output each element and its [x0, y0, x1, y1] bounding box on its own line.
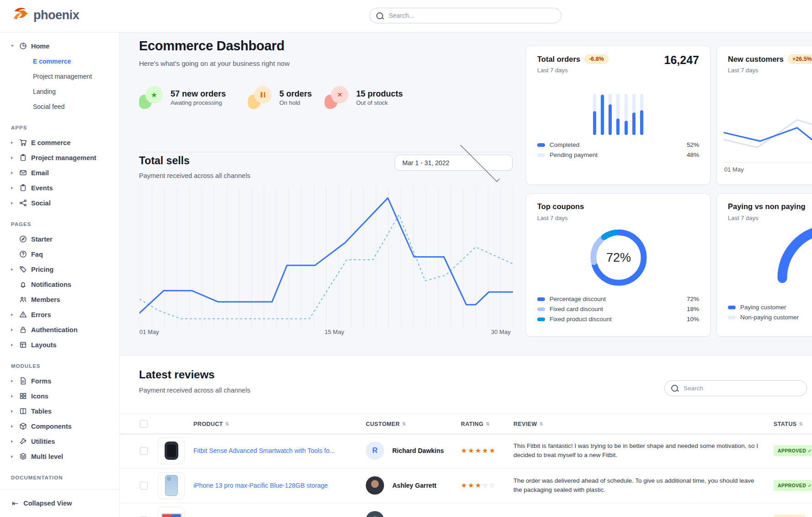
x-icon: ✕: [325, 86, 348, 109]
column-header-rating[interactable]: RATING⇅: [461, 414, 490, 434]
global-search-input[interactable]: [388, 11, 555, 20]
x-tick-15may: 15 May: [325, 329, 344, 335]
layout-icon: [19, 341, 27, 349]
compass-icon: [19, 235, 27, 243]
sidebar-item-apps-email[interactable]: Email: [0, 165, 119, 180]
legend-completed: Completed 52%: [537, 141, 699, 148]
date-range-select[interactable]: Mar 1 - 31, 2022: [395, 155, 513, 171]
sidebar-item-ecommerce[interactable]: E commerce: [0, 54, 119, 69]
sidebar-section-pages: PAGES: [0, 221, 119, 228]
legend-swatch: [728, 306, 736, 309]
caret-right-icon: [11, 410, 15, 413]
reviews-search-input[interactable]: [683, 384, 800, 392]
sidebar-item-forms[interactable]: Forms: [0, 373, 119, 388]
legend-percentage-discount: Percentage discount 72%: [537, 296, 699, 302]
star-icon: ★: [139, 86, 163, 109]
sidebar-item-notifications[interactable]: Notifications: [0, 277, 119, 292]
layers-icon: [19, 452, 27, 460]
legend-pending: Pending payment 48%: [537, 151, 699, 158]
file-text-icon: [19, 377, 27, 385]
sidebar-item-components[interactable]: Components: [0, 419, 119, 434]
caret-right-icon: [11, 380, 15, 382]
sidebar-section-modules: MODULES: [0, 362, 119, 370]
total-orders-value: 16,247: [664, 54, 699, 67]
sidebar-item-apps-project-management[interactable]: Project management: [0, 150, 119, 165]
cube-icon: [19, 422, 27, 430]
phoenix-bird-icon: [12, 7, 29, 23]
select-all-checkbox[interactable]: [140, 420, 148, 428]
caret-right-icon: [11, 440, 15, 443]
sidebar-item-authentication[interactable]: Authentication: [0, 322, 119, 337]
paying-vs-nonpaying-card: Paying vs non paying Last 7 days Paying …: [716, 194, 812, 337]
lock-icon: [19, 326, 27, 334]
product-link[interactable]: iPhone 13 pro max-Pacific Blue-128GB sto…: [193, 482, 328, 489]
avatar: [366, 476, 384, 495]
legend-swatch: [537, 307, 545, 311]
row-checkbox[interactable]: [140, 482, 148, 490]
sidebar-item-utilities[interactable]: Utilities: [0, 434, 119, 449]
global-search[interactable]: [369, 8, 561, 23]
sidebar-item-apps-ecommerce[interactable]: E commerce: [0, 135, 119, 150]
rating-stars: ★★★☆☆: [461, 481, 496, 490]
orders-bar-chart: [593, 94, 643, 135]
product-image[interactable]: [158, 472, 185, 499]
latest-reviews-section: Latest reviews Payment received across a…: [120, 355, 812, 517]
collapse-arrow-icon: ⇤: [12, 500, 18, 507]
paying-gauge-chart: [771, 218, 812, 285]
sidebar-item-pricing[interactable]: Pricing: [0, 262, 119, 277]
sidebar-item-errors[interactable]: Errors: [0, 307, 119, 322]
sidebar-item-apps-social[interactable]: Social: [0, 195, 119, 210]
row-checkbox[interactable]: [140, 447, 148, 455]
customer-name: Ashley Garrett: [392, 482, 436, 489]
brand-name: phoenix: [33, 8, 79, 22]
rating-stars: ★★★★★: [461, 447, 496, 455]
sidebar-item-layouts[interactable]: Layouts: [0, 337, 119, 352]
caret-down-icon: [11, 45, 15, 47]
product-link[interactable]: Fitbit Sense Advanced Smartwatch with To…: [193, 447, 335, 454]
change-badge: +26.5%: [788, 54, 812, 64]
sidebar-item-icons[interactable]: Icons: [0, 388, 119, 404]
page-subtitle: Here's what's going on at your business …: [139, 59, 289, 67]
sidebar-item-faq[interactable]: Faq: [0, 247, 119, 262]
sidebar-item-label: Home: [31, 43, 49, 50]
sidebar-item-project-management[interactable]: Project management: [0, 69, 119, 84]
product-image[interactable]: [158, 437, 185, 464]
caret-right-icon: [11, 172, 15, 174]
sidebar-item-landing[interactable]: Landing: [0, 84, 119, 99]
column-header-status[interactable]: STATUS⇅: [774, 414, 803, 434]
sidebar-item-multi-level[interactable]: Multi level: [0, 449, 119, 464]
bell-icon: [19, 280, 27, 288]
sidebar-item-tables[interactable]: Tables: [0, 404, 119, 419]
product-image[interactable]: [158, 507, 185, 517]
sidebar-item-social-feed[interactable]: Social feed: [0, 99, 119, 114]
check-icon: ✓: [807, 483, 812, 488]
caret-right-icon: [11, 344, 15, 346]
collapse-sidebar-button[interactable]: ⇤ Collapsed View: [0, 489, 119, 517]
reviews-title: Latest reviews: [139, 368, 214, 381]
card-period: Last 7 days: [728, 67, 759, 74]
total-sells-subtitle: Payment received across all channels: [139, 172, 250, 179]
share-nodes-icon: [19, 199, 27, 207]
card-period: Last 7 days: [537, 215, 568, 221]
brand-logo[interactable]: phoenix: [12, 7, 79, 23]
sidebar-item-apps-events[interactable]: Events: [0, 180, 119, 195]
column-header-customer[interactable]: CUSTOMER⇅: [366, 414, 406, 434]
sidebar-item-members[interactable]: Members: [0, 292, 119, 307]
sidebar-item-home[interactable]: Home: [0, 38, 119, 54]
donut-center-label: 72%: [584, 223, 653, 292]
reviews-search[interactable]: [664, 380, 807, 396]
sort-icon: ⇅: [225, 421, 230, 426]
legend-swatch: [537, 153, 545, 157]
cart-icon: [19, 139, 27, 146]
tag-icon: [19, 265, 27, 273]
sort-icon: ⇅: [540, 421, 544, 426]
sidebar-item-starter[interactable]: Starter: [0, 232, 119, 247]
caret-right-icon: [11, 425, 15, 428]
column-header-review[interactable]: REVIEW⇅: [513, 414, 544, 434]
column-header-product[interactable]: PRODUCT⇅: [193, 414, 229, 434]
check-icon: ✓: [807, 448, 812, 453]
sort-icon: ⇅: [486, 421, 490, 426]
question-circle-icon: [19, 250, 27, 258]
table-row: iPhone 13 pro max-Pacific Blue-128GB sto…: [120, 468, 812, 503]
legend-swatch: [728, 316, 736, 319]
